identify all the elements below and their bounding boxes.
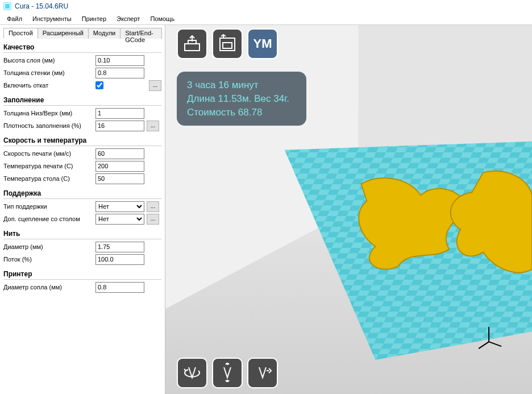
- fill-density-input[interactable]: [95, 121, 144, 131]
- menubar: Файл Инструменты Принтер Эксперт Помощь: [0, 13, 532, 25]
- section-machine: Принтер: [3, 270, 161, 280]
- ym-label: YM: [253, 36, 272, 51]
- svg-rect-13: [223, 43, 232, 48]
- section-speedtemp: Скорость и температура: [3, 136, 161, 146]
- window-title: Cura - 15.04.6RU: [15, 2, 68, 10]
- filament-diameter-input[interactable]: [95, 242, 144, 252]
- bed-temp-label: Температура стола (C): [3, 175, 93, 182]
- section-quality: Качество: [3, 43, 161, 53]
- rotate-button[interactable]: [177, 358, 207, 388]
- load-model-button[interactable]: [177, 28, 207, 59]
- print-info-overlay: 3 часа 16 минут Длина 11.53м. Вес 34г. С…: [177, 72, 306, 126]
- ym-button[interactable]: YM: [247, 28, 278, 59]
- tab-plugins[interactable]: Модули: [88, 28, 120, 39]
- nozzle-diameter-label: Диаметр сопла (мм): [3, 284, 93, 291]
- section-filament: Нить: [3, 230, 161, 239]
- retraction-checkbox[interactable]: [95, 81, 103, 89]
- retraction-more-button[interactable]: ...: [149, 80, 161, 91]
- save-gcode-button[interactable]: [212, 28, 243, 59]
- titlebar: Cura - 15.04.6RU: [0, 0, 532, 13]
- wall-thickness-input[interactable]: [95, 68, 144, 78]
- settings-tabs: Простой Расширенный Модули Start/End-GCo…: [3, 27, 161, 39]
- topbottom-input[interactable]: [95, 108, 144, 119]
- layer-height-input[interactable]: [95, 55, 144, 66]
- save-gcode-icon: [218, 34, 237, 54]
- mirror-icon: [253, 363, 272, 383]
- app-icon: [3, 2, 11, 10]
- viewport-top-tools: YM: [177, 28, 278, 59]
- menu-file[interactable]: Файл: [2, 14, 27, 24]
- menu-help[interactable]: Помощь: [146, 14, 179, 24]
- svg-rect-11: [185, 44, 200, 51]
- load-model-icon: [182, 34, 202, 54]
- tab-startend[interactable]: Start/End-GCode: [120, 28, 162, 39]
- viewport-3d[interactable]: YM 3 часа 16 минут Длина 11.53м. Вес 34г…: [165, 25, 532, 394]
- flow-label: Поток (%): [3, 256, 93, 263]
- fill-density-more-button[interactable]: ...: [147, 121, 159, 131]
- info-time: 3 часа 16 минут: [187, 78, 289, 92]
- wall-thickness-label: Толщина стенки (мм): [3, 69, 93, 76]
- menu-printer[interactable]: Принтер: [77, 14, 111, 24]
- print-speed-input[interactable]: [95, 148, 144, 159]
- rotate-icon: [182, 363, 202, 383]
- tab-simple[interactable]: Простой: [3, 28, 38, 39]
- info-cost: Стоимость 68.78: [187, 106, 289, 119]
- scale-button[interactable]: [212, 358, 243, 388]
- support-type-select[interactable]: Нет: [95, 201, 144, 212]
- settings-sidebar: Простой Расширенный Модули Start/End-GCo…: [0, 25, 165, 394]
- svg-rect-1: [5, 4, 10, 9]
- layer-height-label: Высота слоя (мм): [3, 57, 93, 64]
- print-temp-input[interactable]: [95, 161, 144, 172]
- topbottom-label: Толщина Низ/Верх (мм): [3, 110, 93, 117]
- svg-line-10: [489, 342, 501, 346]
- adhesion-more-button[interactable]: ...: [147, 214, 159, 225]
- support-type-label: Тип поддержки: [3, 203, 93, 210]
- section-support: Поддержка: [3, 189, 161, 199]
- filament-diameter-label: Диаметр (мм): [3, 243, 93, 250]
- nozzle-diameter-input[interactable]: [95, 282, 144, 293]
- print-temp-label: Температура печати (C): [3, 163, 93, 169]
- svg-line-9: [479, 342, 489, 349]
- section-fill: Заполнение: [3, 96, 161, 106]
- scale-icon: [218, 363, 237, 383]
- adhesion-select[interactable]: Нет: [95, 214, 144, 225]
- info-length-weight: Длина 11.53м. Вес 34г.: [187, 92, 289, 106]
- fill-density-label: Плотность заполнения (%): [3, 122, 93, 129]
- bed-temp-input[interactable]: [95, 173, 144, 184]
- print-speed-label: Скорость печати (мм/с): [3, 150, 93, 157]
- menu-tools[interactable]: Инструменты: [28, 14, 76, 24]
- mirror-button[interactable]: [247, 358, 278, 388]
- retraction-label: Включить откат: [3, 82, 93, 89]
- menu-expert[interactable]: Эксперт: [112, 14, 144, 24]
- tab-advanced[interactable]: Расширенный: [38, 28, 89, 39]
- flow-input[interactable]: [95, 254, 144, 265]
- support-type-more-button[interactable]: ...: [147, 201, 159, 212]
- adhesion-label: Доп. сцепление со столом: [3, 215, 93, 222]
- viewport-bottom-tools: [177, 358, 278, 388]
